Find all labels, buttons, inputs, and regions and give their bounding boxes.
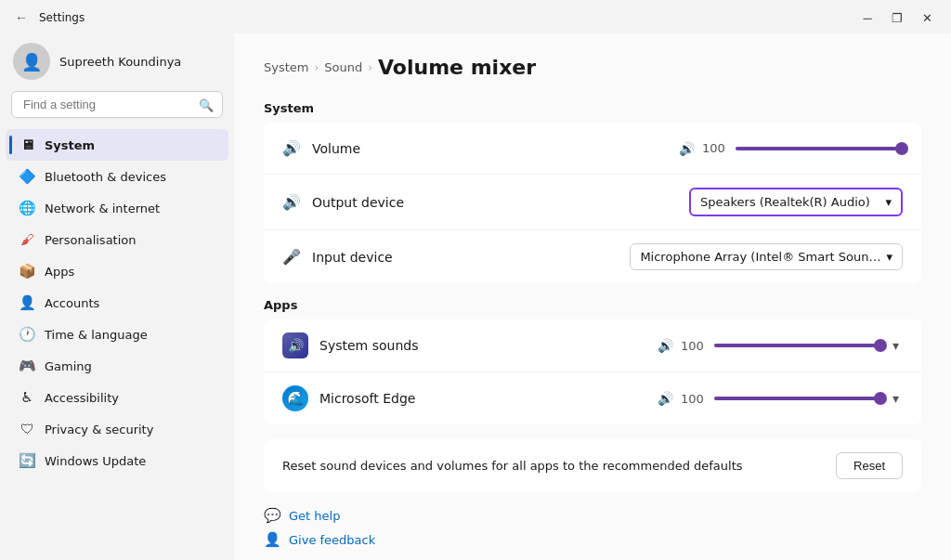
titlebar-left: ← Settings <box>11 8 85 27</box>
personalisation-icon: 🖌 <box>19 231 35 248</box>
sidebar-item-label: Accessibility <box>45 391 119 405</box>
search-input[interactable] <box>11 91 223 118</box>
system-sounds-expand[interactable]: ▾ <box>889 336 903 355</box>
volume-controls: 🔊 100 <box>679 141 903 156</box>
input-device-value: Microphone Array (Intel® Smart Soun… <box>640 250 880 264</box>
sidebar-item-label: Gaming <box>45 359 92 373</box>
restore-button[interactable]: ❐ <box>884 7 910 29</box>
main-content: System › Sound › Volume mixer System 🔊 V… <box>234 33 951 560</box>
titlebar-title: Settings <box>39 11 85 24</box>
system-icon: 🖥 <box>19 137 35 153</box>
minimize-button[interactable]: ─ <box>854 7 880 29</box>
system-sounds-icon: 🔊 <box>282 332 308 358</box>
sidebar-item-label: Accounts <box>45 296 99 310</box>
sidebar-item-apps[interactable]: 📦 Apps <box>6 255 228 287</box>
edge-label: Microsoft Edge <box>319 391 658 406</box>
feedback-label: Give feedback <box>289 533 375 547</box>
sidebar-item-label: Bluetooth & devices <box>45 170 166 184</box>
sidebar-item-label: Privacy & security <box>45 423 153 436</box>
accounts-icon: 👤 <box>19 294 35 311</box>
input-device-chevron: ▾ <box>886 250 892 264</box>
breadcrumb: System › Sound › Volume mixer <box>264 56 536 79</box>
breadcrumb-sep2: › <box>368 61 372 74</box>
input-device-right: Microphone Array (Intel® Smart Soun… ▾ <box>630 243 903 270</box>
output-device-right: Speakers (Realtek(R) Audio) ▾ <box>689 188 903 216</box>
reset-text: Reset sound devices and volumes for all … <box>282 459 836 473</box>
system-sounds-controls: 🔊 100 ▾ <box>658 336 903 355</box>
update-icon: 🔄 <box>19 452 35 469</box>
sidebar-item-accounts[interactable]: 👤 Accounts <box>6 287 228 319</box>
input-device-row: 🎤 Input device Microphone Array (Intel® … <box>264 230 921 283</box>
input-device-icon: 🎤 <box>282 248 301 266</box>
volume-slider-thumb <box>895 142 908 155</box>
network-icon: 🌐 <box>19 200 35 216</box>
sidebar-item-accessibility[interactable]: ♿ Accessibility <box>6 382 228 413</box>
breadcrumb-system[interactable]: System <box>264 60 308 74</box>
sidebar-item-label: Apps <box>45 265 74 279</box>
search-icon: 🔍 <box>199 98 214 111</box>
edge-volume-value: 100 <box>681 392 707 406</box>
footer-links: 💬 Get help 👤 Give feedback <box>264 507 921 548</box>
output-device-row: 🔊 Output device Speakers (Realtek(R) Aud… <box>264 175 921 230</box>
sidebar-item-network[interactable]: 🌐 Network & internet <box>6 192 228 224</box>
sidebar: 👤 Supreeth Koundinya 🔍 🖥 System 🔷 Blueto… <box>0 33 234 560</box>
ss-volume-icon: 🔊 <box>658 338 673 353</box>
edge-slider-thumb <box>874 392 887 405</box>
system-sounds-slider[interactable] <box>714 344 881 347</box>
edge-controls: 🔊 100 ▾ <box>658 389 903 408</box>
close-button[interactable]: ✕ <box>914 7 940 29</box>
give-feedback-link[interactable]: 👤 Give feedback <box>264 531 921 548</box>
output-device-chevron: ▾ <box>885 195 892 209</box>
sidebar-item-label: Windows Update <box>45 454 146 468</box>
search-box[interactable]: 🔍 <box>11 91 223 118</box>
sidebar-nav: 🖥 System 🔷 Bluetooth & devices 🌐 Network… <box>0 129 234 476</box>
ss-volume-value: 100 <box>681 339 707 353</box>
volume-label: Volume <box>312 141 679 156</box>
apps-card: 🔊 System sounds 🔊 100 ▾ 🌊 Microsoft Edge <box>264 319 921 424</box>
output-device-dropdown[interactable]: Speakers (Realtek(R) Audio) ▾ <box>689 188 903 216</box>
gaming-icon: 🎮 <box>19 358 35 374</box>
app-body: 👤 Supreeth Koundinya 🔍 🖥 System 🔷 Blueto… <box>0 33 951 560</box>
edge-expand[interactable]: ▾ <box>889 389 903 408</box>
get-help-link[interactable]: 💬 Get help <box>264 507 921 524</box>
accessibility-icon: ♿ <box>19 389 35 406</box>
page-header: System › Sound › Volume mixer <box>264 56 921 83</box>
help-label: Get help <box>289 509 340 523</box>
sidebar-item-gaming[interactable]: 🎮 Gaming <box>6 350 228 382</box>
sidebar-item-bluetooth[interactable]: 🔷 Bluetooth & devices <box>6 161 228 192</box>
sidebar-item-privacy[interactable]: 🛡 Privacy & security <box>6 413 228 445</box>
system-card: 🔊 Volume 🔊 100 🔊 Output device Sp <box>264 123 921 283</box>
bluetooth-icon: 🔷 <box>19 168 35 185</box>
ss-slider-thumb <box>874 339 887 352</box>
ss-slider-fill <box>714 344 881 347</box>
avatar: 👤 <box>13 43 50 80</box>
volume-value: 100 <box>702 141 728 155</box>
privacy-icon: 🛡 <box>19 421 35 437</box>
system-sounds-label: System sounds <box>319 338 658 353</box>
edge-icon: 🌊 <box>282 385 308 411</box>
user-name: Supreeth Koundinya <box>59 55 181 69</box>
sidebar-item-system[interactable]: 🖥 System <box>6 129 228 161</box>
volume-slider[interactable] <box>736 147 903 150</box>
back-button[interactable]: ← <box>11 8 32 27</box>
titlebar: ← Settings ─ ❐ ✕ <box>0 0 951 33</box>
window-controls: ─ ❐ ✕ <box>854 7 940 29</box>
user-section: 👤 Supreeth Koundinya <box>0 33 234 91</box>
edge-slider[interactable] <box>714 397 881 400</box>
reset-button[interactable]: Reset <box>836 452 903 479</box>
feedback-icon: 👤 <box>264 531 281 548</box>
help-icon: 💬 <box>264 507 281 524</box>
microsoft-edge-row: 🌊 Microsoft Edge 🔊 100 ▾ <box>264 372 921 424</box>
sidebar-item-time[interactable]: 🕐 Time & language <box>6 319 228 350</box>
breadcrumb-sound[interactable]: Sound <box>324 60 362 74</box>
system-sounds-row: 🔊 System sounds 🔊 100 ▾ <box>264 319 921 372</box>
volume-slider-fill <box>736 147 903 150</box>
sidebar-item-update[interactable]: 🔄 Windows Update <box>6 445 228 476</box>
sidebar-item-label: Personalisation <box>45 233 137 247</box>
sidebar-item-personalisation[interactable]: 🖌 Personalisation <box>6 224 228 255</box>
breadcrumb-current: Volume mixer <box>378 56 536 79</box>
apps-section-label: Apps <box>264 298 921 312</box>
reset-row: Reset sound devices and volumes for all … <box>264 439 921 492</box>
volume-row-icon: 🔊 <box>282 139 301 157</box>
input-device-dropdown[interactable]: Microphone Array (Intel® Smart Soun… ▾ <box>630 243 903 270</box>
